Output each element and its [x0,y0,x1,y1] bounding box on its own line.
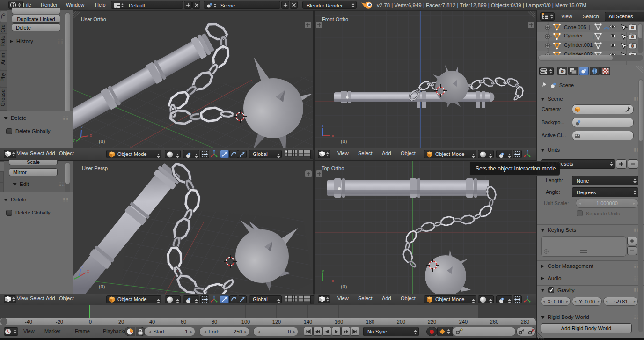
svg-text:(0): (0) [341,284,347,289]
svg-text:z: z [81,125,83,129]
svg-text:|: | [593,34,594,39]
svg-text:x: x [332,279,334,283]
svg-text:100: 100 [242,319,250,325]
svg-text:y: y [322,268,324,273]
svg-text:y: y [73,137,75,142]
svg-text:80: 80 [212,319,217,325]
svg-text:240: 240 [459,319,468,325]
svg-text:160: 160 [335,319,343,325]
svg-text:60: 60 [181,319,186,325]
svg-text:z: z [81,265,84,269]
svg-text:-20: -20 [56,319,63,325]
svg-text:260: 260 [490,319,498,325]
svg-text:User Persp: User Persp [82,165,108,171]
svg-text:|: | [589,24,590,30]
svg-text:(0): (0) [99,284,105,289]
svg-text:z: z [322,123,324,128]
svg-text:(0): (0) [341,139,347,144]
svg-text:Cone.005: Cone.005 [564,24,586,30]
svg-text:x: x [87,269,89,273]
svg-text:x: x [90,133,92,138]
svg-text:-40: -40 [25,319,32,325]
svg-text:Front Ortho: Front Ortho [322,16,348,22]
svg-text:(0): (0) [99,139,105,144]
svg-text:120: 120 [272,319,281,325]
svg-text:40: 40 [149,319,155,325]
svg-text:140: 140 [304,319,312,325]
svg-text:User Ortho: User Ortho [81,16,106,22]
svg-text:0: 0 [89,319,92,325]
svg-text:220: 220 [428,319,436,325]
svg-text:180: 180 [366,319,374,325]
svg-text:20: 20 [118,319,124,325]
svg-text:x: x [332,133,334,138]
svg-text:S: S [578,133,580,136]
svg-text:280: 280 [521,319,529,325]
svg-text:Top Ortho: Top Ortho [322,165,344,171]
svg-text:200: 200 [397,319,405,325]
